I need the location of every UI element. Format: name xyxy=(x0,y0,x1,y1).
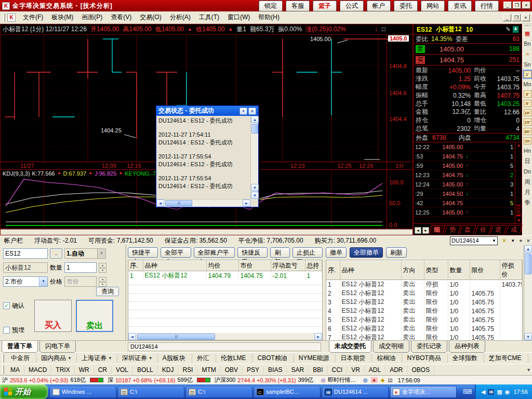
minimize-icon[interactable]: _ xyxy=(503,2,512,9)
confirm-checkbox[interactable]: ✓ xyxy=(3,302,10,309)
column-header[interactable]: 总持 xyxy=(305,261,322,271)
tab-prev-icon[interactable]: ◄ xyxy=(415,227,421,234)
toolbar-grip[interactable] xyxy=(3,14,5,22)
period-toolbar-item[interactable]: 周 xyxy=(523,177,532,187)
period-toolbar-item[interactable]: Dn xyxy=(523,166,532,177)
scroll-lock-icon[interactable]: ↓ xyxy=(375,25,378,33)
order-row[interactable]: 3ES12 小标普12卖出 限价1/01405.75 xyxy=(326,298,522,307)
indicator-item[interactable]: ADL xyxy=(365,366,385,374)
toolbar-grip[interactable] xyxy=(525,25,530,26)
period-toolbar-item[interactable]: 1' xyxy=(524,71,531,78)
indicator-item[interactable]: MTM xyxy=(197,366,220,374)
tick-list[interactable]: 12:22 1405.00 1 :53 1404.75 ↓ 1 :59 xyxy=(414,142,522,223)
position-action-button[interactable]: 快捷反手 xyxy=(237,247,268,258)
menu-item[interactable]: 画面(P) xyxy=(77,11,107,23)
period-toolbar-item[interactable]: 30' xyxy=(524,128,531,135)
indicator-item[interactable]: WR xyxy=(75,366,94,374)
browse-button[interactable]: .. xyxy=(50,248,62,259)
pin-icon[interactable]: + xyxy=(240,108,247,115)
tick-row[interactable]: 12:23 1404.75 ↓ 2 xyxy=(414,170,522,180)
indicator-item[interactable]: KDJ xyxy=(158,366,179,374)
indicator-item[interactable]: CCI xyxy=(328,366,348,374)
order-row[interactable]: 1ES12 小标普12卖出 停损1/01403.75 xyxy=(326,280,522,289)
tick-row[interactable]: :59 1405.00 ↑ 5 xyxy=(414,161,522,170)
position-row[interactable]: 1ES12 小标普121404.79 1404.75-2.011 xyxy=(128,271,322,281)
order-list-tab[interactable]: 委托记录 xyxy=(411,341,447,353)
indicator-item[interactable]: VOL xyxy=(112,366,133,374)
indicator-item[interactable]: BBI xyxy=(309,366,327,374)
period-toolbar-item[interactable]: 10' xyxy=(524,109,531,116)
position-action-button[interactable]: 刷新 xyxy=(270,247,289,258)
menu-item[interactable]: 板块(M) xyxy=(47,11,77,23)
position-action-button[interactable]: 全部平仓 xyxy=(161,247,191,258)
status-tray-icon[interactable]: ▲ xyxy=(371,377,378,383)
buy-button[interactable]: 买入 xyxy=(34,300,72,332)
code-input[interactable]: ES12 xyxy=(3,248,48,259)
menu-item[interactable]: 查看(V) xyxy=(107,11,136,23)
order-mode-tab[interactable]: 闪电下单 xyxy=(39,341,76,353)
quote-tab[interactable]: 势 xyxy=(444,225,461,234)
period-toolbar-item[interactable]: ≈ xyxy=(523,49,532,59)
order-list-tab[interactable]: 未成交委托 xyxy=(329,341,371,353)
titlebar-button[interactable]: 篮子 xyxy=(313,1,337,11)
market-item[interactable]: 恒指期货 xyxy=(528,354,532,363)
indicator-item[interactable]: RSI xyxy=(178,366,197,374)
column-header[interactable]: 品种 xyxy=(340,261,401,280)
indicator-item[interactable]: MA xyxy=(6,366,24,374)
tick-row[interactable]: :53 1404.75 ↓ 1 xyxy=(414,152,522,161)
pin-icon[interactable]: + xyxy=(519,237,522,244)
task-button[interactable]: IB DU124614 ... xyxy=(322,386,389,398)
maximize-pane-icon[interactable]: □ xyxy=(382,25,385,33)
tools-icon[interactable]: ✕ xyxy=(502,237,507,244)
orders-vscrollbar[interactable]: ▲ ▼ xyxy=(524,245,532,340)
positions-hscrollbar[interactable]: ◄ ► xyxy=(128,333,323,340)
dialog-hscrollbar[interactable]: ◄ ► xyxy=(156,199,250,207)
keyboard-icon[interactable]: ⌨ xyxy=(460,384,475,399)
price-type-select[interactable]: 2.市价 ▼ xyxy=(3,276,48,287)
overflow-icon[interactable]: ▾ xyxy=(525,367,532,373)
market-item[interactable]: CBOT粮油 xyxy=(252,354,294,363)
price-stepper[interactable]: ▲ ▼ xyxy=(99,277,107,287)
market-item[interactable]: 中金所 xyxy=(6,354,36,363)
titlebar-button[interactable]: 客服 xyxy=(286,1,310,11)
status-tray-icon[interactable]: ◍ xyxy=(363,377,368,383)
tick-row[interactable]: :29 1404.50 ↓ 1 xyxy=(414,189,522,198)
ask-row[interactable]: 卖 1405.00 188 xyxy=(414,44,522,55)
preset-checkbox[interactable] xyxy=(3,327,10,334)
order-row[interactable]: 7ES12 小标普12卖出 限价1/01405.75 xyxy=(326,333,522,340)
column-header[interactable]: 方向 xyxy=(401,261,424,280)
period-toolbar-item[interactable]: 1h xyxy=(524,137,531,144)
order-mode-tab[interactable]: 普通下单 xyxy=(2,341,38,353)
menu-item[interactable]: 窗口(W) xyxy=(223,11,254,23)
menu-item[interactable]: 工具(T) xyxy=(195,11,223,23)
quote-tab[interactable]: 成 xyxy=(506,225,522,234)
titlebar-button[interactable]: 锁定 xyxy=(259,1,283,11)
column-header[interactable]: 浮动盈亏 xyxy=(271,261,305,271)
market-item[interactable]: 上海证券▼ xyxy=(77,354,117,363)
menu-item[interactable]: 帮助(H) xyxy=(254,11,284,23)
period-toolbar-item[interactable]: 月 xyxy=(523,187,532,197)
order-list-tab[interactable]: 品种列表 xyxy=(449,341,485,353)
sell-button[interactable]: 卖出 xyxy=(76,300,113,332)
period-toolbar-item[interactable]: 日 xyxy=(523,156,532,166)
tick-row[interactable]: 12:24 1405.00 ↑ 3 xyxy=(414,180,522,189)
order-list-tab[interactable]: 成交明细 xyxy=(373,341,409,353)
titlebar-button[interactable]: 资讯 xyxy=(448,1,472,11)
mode-select[interactable]: 1.自动 ▼ xyxy=(64,248,106,259)
indicator-item[interactable]: PSY xyxy=(243,366,264,374)
close-icon[interactable]: × xyxy=(248,108,256,115)
indicator-item[interactable]: BIAS xyxy=(264,366,287,374)
menu-item[interactable]: 分析(A) xyxy=(166,11,195,23)
quote-tab[interactable]: 逆 xyxy=(490,225,507,234)
mdi-minimize-icon[interactable]: _ xyxy=(503,14,511,21)
task-button[interactable]: ▤ Windows ... xyxy=(50,386,116,398)
mdi-restore-icon[interactable]: ❐ xyxy=(512,14,521,21)
start-button[interactable]: 开始 xyxy=(0,384,48,399)
order-row[interactable]: 5ES12 小标普12卖出 限价1/01405.75 xyxy=(326,315,522,324)
market-item[interactable]: 外汇 xyxy=(192,354,216,363)
cancel-action-button[interactable]: 刷新 xyxy=(386,247,407,258)
order-row[interactable]: 4ES12 小标普12卖出 限价1/01405.75 xyxy=(326,307,522,315)
indicator-item[interactable]: TRIX xyxy=(51,366,74,374)
position-action-button[interactable]: 快捷平仓 xyxy=(128,247,158,258)
tray-icon[interactable]: IB xyxy=(488,389,494,395)
